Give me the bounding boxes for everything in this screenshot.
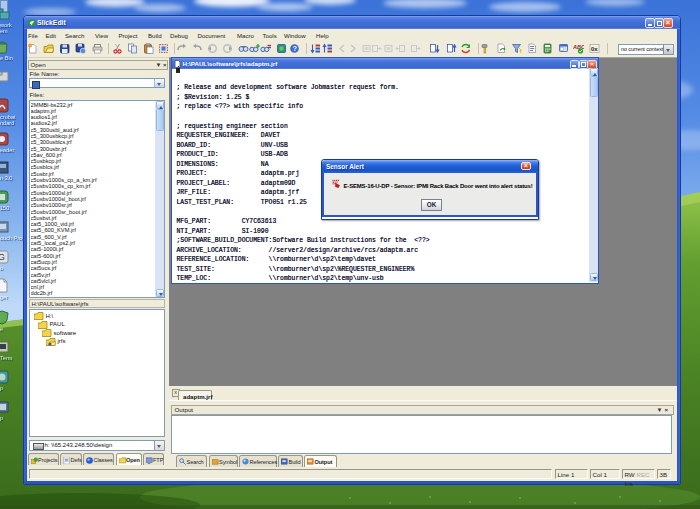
svg-text:G: G (0, 252, 5, 262)
svg-text:0x: 0x (591, 45, 598, 51)
svg-text:?: ? (292, 44, 297, 53)
svg-text:ABC: ABC (573, 44, 584, 50)
